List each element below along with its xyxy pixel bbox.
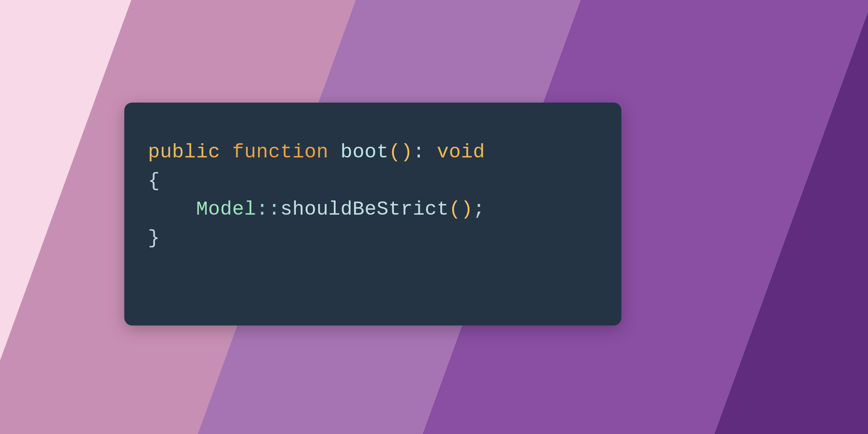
semicolon: ; xyxy=(473,198,485,221)
keyword-public: public xyxy=(148,141,220,163)
class-name: Model xyxy=(196,198,256,221)
code-line-3: Model::shouldBeStrict(); xyxy=(148,195,598,224)
parentheses: () xyxy=(389,141,413,163)
parentheses: () xyxy=(449,198,473,221)
close-brace: } xyxy=(148,227,160,249)
open-brace: { xyxy=(148,170,160,192)
code-line-1: public function boot(): void xyxy=(148,138,598,167)
keyword-function: function xyxy=(232,141,329,163)
code-line-4: } xyxy=(148,224,598,253)
colon: : xyxy=(413,141,425,163)
return-type: void xyxy=(437,141,485,163)
method-name: shouldBeStrict xyxy=(281,198,449,221)
function-name: boot xyxy=(340,141,389,163)
code-snippet-card: public function boot(): void { Model::sh… xyxy=(124,103,621,326)
code-line-2: { xyxy=(148,167,598,196)
scope-operator: :: xyxy=(256,198,281,221)
